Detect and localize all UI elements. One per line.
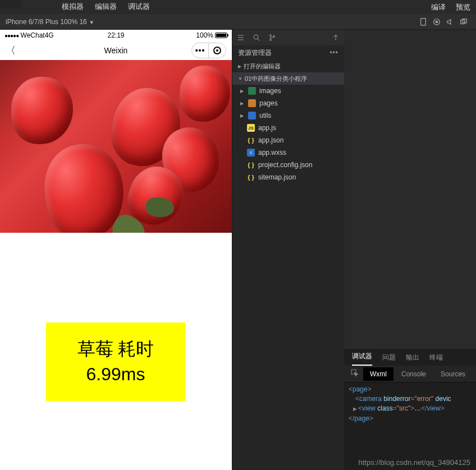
back-icon[interactable]: 〈 [6,44,16,57]
file-icon: { } [247,136,255,144]
expand-icon[interactable]: ▶ [353,406,357,412]
sim-nav-bar: 〈 Weixin ••• [0,41,232,60]
tree-item-project-config-json[interactable]: { }project.config.json [232,159,344,171]
tab-console[interactable]: Console [395,367,433,381]
menu-editor[interactable]: 编辑器 [95,2,117,14]
top-menu-bar: 模拟器 编辑器 调试器 编译 预览 [0,0,476,14]
page-title: Weixin [104,46,128,55]
tree-item-label: utils [259,112,271,119]
chevron-right-icon: ▶ [240,101,244,106]
file-tree: ▶images▶pages▶utilsJSapp.js{ }app.json≡a… [232,85,344,183]
tab-wxml[interactable]: Wxml [363,367,393,381]
device-selector[interactable]: iPhone 6/7/8 Plus 100% 16▼ [6,18,94,26]
target-icon [213,47,221,54]
tree-item-pages[interactable]: ▶pages [232,97,344,109]
editor-empty-area [344,30,476,349]
svg-point-7 [270,39,272,41]
explorer-toolbar [232,30,344,45]
tree-item-app-wxss[interactable]: ≡app.wxss [232,146,344,159]
tree-item-label: sitemap.json [258,173,296,181]
tree-item-images[interactable]: ▶images [232,85,344,97]
carrier-label: WeChat4G [21,31,54,39]
classification-result: 草莓 耗时 6.99ms [46,322,185,401]
battery-percent: 100% [196,31,213,39]
camera-preview-image [0,60,232,233]
chevron-right-icon: ▶ [240,113,244,118]
devtools-panel: 调试器 问题 输出 终端 Wxml Console Sources <page>… [344,349,476,470]
tab-problems[interactable]: 问题 [382,353,396,366]
tree-item-label: images [259,87,281,95]
detach-icon[interactable] [457,15,470,29]
more-icon[interactable]: ••• [329,49,338,57]
devtools-tabs-secondary: Wxml Console Sources [344,366,476,383]
tab-terminal[interactable]: 终端 [429,353,443,366]
mute-icon[interactable] [443,15,457,29]
caret-down-icon: ▼ [89,20,94,25]
tree-item-app-json[interactable]: { }app.json [232,134,344,146]
tree-item-label: app.js [258,124,276,132]
explorer-header: 资源管理器 ••• [232,45,344,60]
explorer-title: 资源管理器 [238,48,272,58]
sim-content-area: 草莓 耗时 6.99ms [0,233,232,470]
tab-debugger[interactable]: 调试器 [352,352,372,366]
menu-compile[interactable]: 编译 [431,2,446,15]
result-line1: 草莓 耗时 [77,337,154,362]
explorer-pane: 资源管理器 ••• ▶ 打开的编辑器 ▼ 01中药图像分类小程序 ▶images… [232,30,344,470]
tab-output[interactable]: 输出 [406,353,419,366]
search-icon[interactable] [253,34,260,42]
tablet-icon[interactable] [417,15,430,29]
folder-icon [248,87,256,95]
tree-item-app-js[interactable]: JSapp.js [232,122,344,134]
result-line2: 6.99ms [86,362,145,387]
folder-icon [248,99,256,107]
open-editors-section[interactable]: ▶ 打开的编辑器 [232,60,344,72]
project-root-section[interactable]: ▼ 01中药图像分类小程序 [232,72,344,85]
chevron-down-icon: ▼ [238,76,242,81]
branch-icon[interactable] [268,34,276,42]
chevron-right-icon: ▶ [238,64,241,69]
tree-item-label: pages [259,99,278,107]
device-toolbar: iPhone 6/7/8 Plus 100% 16▼ [0,14,476,30]
tree-item-label: app.json [258,136,283,144]
chevron-right-icon: ▶ [240,89,244,94]
devtools-tabs-primary: 调试器 问题 输出 终端 [344,350,476,366]
svg-point-6 [270,35,272,36]
file-icon: { } [247,173,255,181]
file-icon: { } [247,161,255,169]
record-icon[interactable] [430,15,443,29]
svg-point-2 [436,21,438,23]
list-icon[interactable] [237,34,245,42]
capsule-close-button[interactable] [209,43,226,58]
svg-point-5 [254,35,258,39]
capsule-more-button[interactable]: ••• [192,43,209,58]
tree-item-sitemap-json[interactable]: { }sitemap.json [232,171,344,183]
inspect-icon[interactable] [347,366,362,381]
app-logo [0,0,22,8]
editor-pane: 调试器 问题 输出 终端 Wxml Console Sources <page>… [344,30,476,470]
file-icon: JS [247,124,255,132]
signal-dots-icon: ●●●●● [4,33,19,39]
capsule-menu: ••• [191,43,226,58]
sim-status-bar: ●●●●● WeChat4G 22:19 100% [0,30,232,41]
collapse-icon[interactable] [332,34,340,42]
file-icon: ≡ [247,149,255,156]
battery-icon [215,33,227,38]
folder-icon [248,112,256,119]
status-time: 22:19 [107,31,124,39]
tree-item-label: project.config.json [258,161,313,169]
simulator-pane: ●●●●● WeChat4G 22:19 100% 〈 Weixin ••• 草… [0,30,232,470]
tab-sources[interactable]: Sources [434,367,472,381]
svg-rect-0 [421,18,426,25]
tree-item-utils[interactable]: ▶utils [232,109,344,122]
menu-simulator[interactable]: 模拟器 [62,2,84,14]
tree-item-label: app.wxss [258,149,286,156]
wxml-tree[interactable]: <page> <camera binderror="error" devic ▶… [344,383,476,470]
menu-debugger[interactable]: 调试器 [128,2,150,14]
menu-preview[interactable]: 预览 [456,2,470,15]
